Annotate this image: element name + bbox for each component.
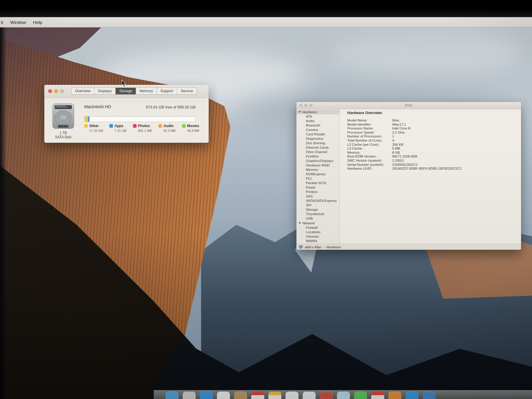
about-tab[interactable]: Displays xyxy=(94,88,116,94)
sysinfo-sidebar-item[interactable]: Volumes xyxy=(296,234,339,239)
spec-label: Memory: xyxy=(347,151,392,155)
sysinfo-sidebar-item[interactable]: Power xyxy=(296,185,339,190)
dock-icon-accent xyxy=(354,392,367,395)
sysinfo-sidebar-item[interactable]: Diagnostics xyxy=(296,137,339,141)
sysinfo-sidebar-item[interactable]: Camera xyxy=(296,128,339,132)
dock-icon-itunes[interactable] xyxy=(371,392,384,399)
dock-icon-accent xyxy=(371,392,384,395)
dock-icon-app-store[interactable] xyxy=(406,392,419,399)
hardware-overview-row: Processor Name:Intel Core i5 xyxy=(347,126,521,131)
sysinfo-titlebar[interactable]: iMac xyxy=(296,102,521,109)
menu-item[interactable]: Window xyxy=(10,20,26,25)
dock-icon-colors-app[interactable] xyxy=(320,392,333,399)
legend-color-swatch xyxy=(109,124,113,128)
dock-icon-finder[interactable] xyxy=(166,392,179,399)
sysinfo-sidebar-item[interactable]: SATA/SATA Express xyxy=(296,199,339,203)
dock-icon-accent xyxy=(217,392,230,395)
sidebar-section-network[interactable]: Network xyxy=(296,221,339,226)
dock-icon-facetime[interactable] xyxy=(354,392,367,399)
sysinfo-sidebar-item[interactable]: USB xyxy=(296,216,339,221)
sysinfo-sidebar-item[interactable]: Card Reader xyxy=(296,132,339,137)
spec-label: Model Identifier: xyxy=(347,123,392,127)
sysinfo-sidebar-item[interactable]: ATA xyxy=(296,114,339,119)
sysinfo-sidebar-item[interactable]: Fibre Channel xyxy=(296,150,339,154)
spec-value: C02R50L0GG7J xyxy=(392,163,417,166)
dock-icon-accent xyxy=(406,392,419,395)
sysinfo-sidebar-item[interactable]: Bluetooth xyxy=(296,123,339,128)
legend-label: Other xyxy=(89,124,99,128)
sysinfo-sidebar-item[interactable]: Firewall xyxy=(296,226,339,230)
about-tab[interactable]: Overview xyxy=(72,88,94,94)
sysinfo-sidebar-item[interactable]: Memory xyxy=(296,168,339,172)
spec-value: iMac xyxy=(392,119,399,122)
spec-label: Boot ROM Version: xyxy=(347,155,392,159)
sysinfo-sidebar-item[interactable]: SAS xyxy=(296,194,339,199)
sysinfo-sidebar-item[interactable]: WWAN xyxy=(296,239,339,243)
menu-item[interactable]: Help xyxy=(33,20,42,25)
window-title: iMac xyxy=(296,103,521,107)
sysinfo-sidebar-item[interactable]: Graphics/Displays xyxy=(296,159,339,163)
legend-color-swatch xyxy=(158,124,162,128)
dock-icon-accent xyxy=(388,392,401,395)
sysinfo-status-bar: able's iMac › Hardware xyxy=(296,244,521,250)
dock-icon-partial[interactable] xyxy=(423,392,436,399)
dock-icon-photo-booth[interactable] xyxy=(303,392,316,399)
dock-icon-ibooks[interactable] xyxy=(388,392,401,399)
usage-bar-segment xyxy=(85,116,88,122)
dock-icon-maps[interactable] xyxy=(337,392,350,399)
dock-icon-reminders[interactable] xyxy=(286,392,299,399)
disclosure-triangle-icon[interactable] xyxy=(299,111,301,113)
sysinfo-sidebar-item[interactable]: FireWire xyxy=(296,154,339,159)
dock-icon-launchpad[interactable] xyxy=(183,392,196,399)
sidebar-section-hardware[interactable]: Hardware xyxy=(296,110,339,114)
spec-label: Number of Processors: xyxy=(347,134,392,139)
sysinfo-sidebar-item[interactable]: NVMExpress xyxy=(296,172,339,176)
hardware-overview-row: Total Number of Cores:4 xyxy=(347,139,521,143)
dock-icon-notes[interactable] xyxy=(268,392,281,399)
screen-bezel xyxy=(0,0,532,17)
menu-item[interactable]: it xyxy=(1,20,3,25)
imac-screen-photo: itWindowHelp OverviewDisplaysStorageMemo… xyxy=(0,0,532,399)
spec-label: Serial Number (system): xyxy=(347,163,392,167)
minimize-button[interactable] xyxy=(54,89,58,93)
sysinfo-sidebar-item[interactable]: PCI xyxy=(296,176,339,181)
sysinfo-sidebar-item[interactable]: Storage xyxy=(296,207,339,212)
dock-icon-accent xyxy=(234,392,247,395)
dock-icon-photos[interactable] xyxy=(217,392,230,399)
disk-name: Macintosh HD xyxy=(84,104,111,109)
dock-icon-accent xyxy=(303,392,316,395)
sysinfo-sidebar: Hardware ATAAudioBluetoothCameraCard Rea… xyxy=(296,109,340,244)
hardware-overview-heading: Hardware Overview: xyxy=(347,111,521,115)
sysinfo-sidebar-item[interactable]: Printers xyxy=(296,190,339,194)
hardware-overview-rows: Model Name:iMac Model Identifier:iMac17,… xyxy=(347,119,521,171)
sysinfo-sidebar-item[interactable]: Ethernet Cards xyxy=(296,145,339,150)
about-tab[interactable]: Support xyxy=(157,88,177,94)
sysinfo-sidebar-item[interactable]: Thunderbolt xyxy=(296,212,339,216)
legend-size: 62.2 MB xyxy=(163,129,176,132)
disclosure-triangle-icon[interactable] xyxy=(299,222,301,224)
legend-size: 7.21 GB xyxy=(114,129,126,132)
dock-icon-safari[interactable] xyxy=(200,392,213,399)
about-tab[interactable]: Memory xyxy=(136,88,157,94)
sysinfo-sidebar-item[interactable]: Locations xyxy=(296,230,339,234)
cloud xyxy=(330,31,519,76)
close-button[interactable] xyxy=(48,89,52,93)
sysinfo-sidebar-item[interactable]: Audio xyxy=(296,119,339,123)
traffic-lights xyxy=(48,89,64,93)
spec-value: 1 xyxy=(392,134,394,138)
spec-value: 256 KB xyxy=(392,143,403,146)
hardware-overview-row: Processor Speed:3.2 GHz xyxy=(347,131,521,135)
dock-icon-calendar[interactable] xyxy=(251,392,264,399)
dock-icon-folder[interactable] xyxy=(234,392,247,399)
legend-color-swatch xyxy=(84,124,88,128)
free-space-text: 973.81 GB free of 999.35 GB xyxy=(146,105,196,109)
sysinfo-sidebar-item[interactable]: Hardware RAID xyxy=(296,163,339,168)
hardware-items: ATAAudioBluetoothCameraCard ReaderDiagno… xyxy=(296,114,339,221)
sysinfo-sidebar-item[interactable]: Disc Burning xyxy=(296,141,339,145)
spec-value: 4 xyxy=(392,139,394,142)
about-tab[interactable]: Storage xyxy=(116,88,136,94)
about-tab[interactable]: Service xyxy=(177,88,197,94)
sysinfo-sidebar-item[interactable]: Parallel SCSI xyxy=(296,181,339,185)
sysinfo-sidebar-item[interactable]: SPI xyxy=(296,203,339,207)
system-information-window: iMac Hardware ATAAudioBluetoothCameraCar… xyxy=(296,102,521,250)
